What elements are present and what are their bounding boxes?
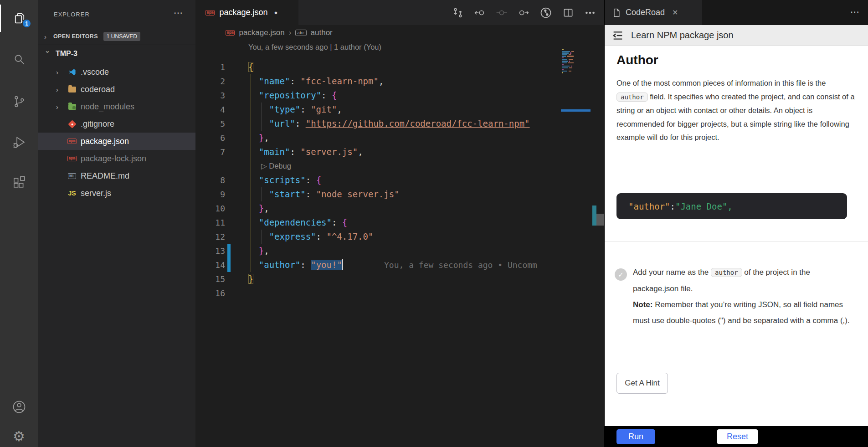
change-circle-disabled-icon[interactable] xyxy=(496,7,508,19)
overview-ruler-thumb[interactable] xyxy=(596,214,604,226)
next-change-icon[interactable] xyxy=(518,7,529,19)
file-row-node_modules[interactable]: ›node_modules xyxy=(38,98,195,115)
code-token: { xyxy=(248,62,253,72)
npm-icon: npm xyxy=(205,10,215,15)
code-token: "git" xyxy=(311,104,337,114)
collapse-menu-icon[interactable] xyxy=(611,29,625,42)
code-line: 6}, xyxy=(195,131,561,145)
code-token: : xyxy=(300,260,311,270)
more-actions-icon[interactable] xyxy=(584,7,596,19)
line-number: 12 xyxy=(195,230,225,244)
split-editor-icon[interactable] xyxy=(562,7,574,19)
coderoad-run-tutorial-icon[interactable] xyxy=(539,6,552,19)
accounts-icon[interactable] xyxy=(0,393,38,421)
code-token: "express" xyxy=(269,231,316,241)
code-line: 15} xyxy=(195,272,561,286)
close-icon[interactable]: ✕ xyxy=(672,8,678,17)
chevron-down-icon: › xyxy=(44,51,52,57)
file-row-.gitignore[interactable]: .gitignore xyxy=(38,115,195,133)
lesson-heading: Author xyxy=(616,53,658,67)
file-row-README.md[interactable]: M↓README.md xyxy=(38,167,195,185)
code-token: "name" xyxy=(259,76,290,86)
code-token: , xyxy=(264,133,269,143)
reset-button[interactable]: Reset xyxy=(717,429,758,444)
vscode-icon xyxy=(68,68,76,76)
breadcrumb-file[interactable]: package.json xyxy=(239,28,284,37)
code-token: : xyxy=(290,147,300,157)
file-row-coderoad[interactable]: ›coderoad xyxy=(38,81,195,98)
extensions-icon[interactable] xyxy=(0,169,38,196)
code-token: { xyxy=(332,90,337,100)
code-line: 7"main": "server.js", xyxy=(195,145,561,159)
line-number: 6 xyxy=(195,131,225,145)
inline-blame-annotation: You, a few seconds ago • Uncomm xyxy=(384,258,537,272)
panel-more-actions-icon[interactable]: ⋯ xyxy=(850,6,859,17)
chevron-right-icon: › xyxy=(56,68,62,76)
paragraph-text: field. It specifies who created the proj… xyxy=(616,92,855,142)
line-number: 2 xyxy=(195,74,225,88)
code-token: "node server.js" xyxy=(316,189,400,199)
previous-change-icon[interactable] xyxy=(474,7,486,19)
code-token: "url" xyxy=(269,118,295,128)
settings-gear-icon[interactable]: ⚙ xyxy=(0,423,38,447)
breadcrumb-symbol[interactable]: author xyxy=(311,28,333,37)
tab-coderoad[interactable]: CodeRoad ✕ xyxy=(605,0,702,25)
code-line: 8"scripts": { xyxy=(195,173,561,187)
line-number: 4 xyxy=(195,103,225,117)
blame-codelens[interactable]: You, a few seconds ago | 1 author (You) xyxy=(248,43,381,51)
code-line: 16 xyxy=(195,286,561,300)
code-token: : xyxy=(306,175,316,185)
search-icon[interactable] xyxy=(0,46,38,73)
javascript-icon: JS xyxy=(68,190,76,197)
open-editors-section[interactable]: › OPEN EDITORS 1 UNSAVED xyxy=(38,28,195,45)
file-row-package.json[interactable]: npmpackage.json xyxy=(38,133,195,150)
line-number: 13 xyxy=(195,244,225,258)
code-token: } xyxy=(248,274,253,284)
code-value: "Jane Doe" xyxy=(675,201,727,211)
check-glyph: ✓ xyxy=(618,271,624,279)
open-files-badge: 1 xyxy=(22,19,31,28)
file-name: coderoad xyxy=(81,85,115,94)
root-folder-row[interactable]: › TMP-3 xyxy=(38,45,195,62)
line-number: 16 xyxy=(195,286,225,300)
editor-actions xyxy=(452,0,596,25)
file-row-server.js[interactable]: JSserver.js xyxy=(38,185,195,202)
source-control-icon[interactable] xyxy=(0,88,38,115)
line-number: 15 xyxy=(195,272,225,286)
get-a-hint-button[interactable]: Get A Hint xyxy=(616,373,668,394)
minimap-current-line xyxy=(561,109,591,112)
run-debug-icon[interactable] xyxy=(0,128,38,156)
run-button[interactable]: Run xyxy=(616,429,655,444)
npm-icon: npm xyxy=(67,156,77,161)
code-line: 1{ xyxy=(195,60,561,74)
code-token: : xyxy=(321,90,332,100)
code-token: "scripts" xyxy=(259,175,306,185)
file-name: package-lock.json xyxy=(81,154,146,164)
npm-icon: npm xyxy=(226,30,235,36)
file-row-.vscode[interactable]: ›.vscode xyxy=(38,63,195,81)
code-token: , xyxy=(337,104,342,114)
root-folder-label: TMP-3 xyxy=(56,50,77,58)
line-number: 7 xyxy=(195,145,225,159)
code-token: , xyxy=(264,203,269,213)
node-modules-folder-icon xyxy=(68,104,76,110)
tab-package-json[interactable]: npm package.json ● xyxy=(195,0,298,25)
minimap[interactable] xyxy=(561,49,591,140)
open-changes-icon[interactable] xyxy=(452,7,464,19)
panel-tab-bar: CodeRoad ✕ ⋯ xyxy=(605,0,868,25)
dirty-indicator-icon: ● xyxy=(274,9,278,16)
code-token: { xyxy=(316,175,321,185)
file-row-package-lock.json[interactable]: npmpackage-lock.json xyxy=(38,150,195,167)
code-token: "repository" xyxy=(259,90,321,100)
activity-bar: 1 ⚙ xyxy=(0,0,38,447)
explorer-icon[interactable]: 1 xyxy=(0,5,38,32)
code-line: 2"name": "fcc-learn-npm", xyxy=(195,74,561,88)
divider xyxy=(605,241,868,241)
code-token: } xyxy=(259,246,264,256)
explorer-more-actions-icon[interactable]: ⋯ xyxy=(174,7,183,18)
file-name: .gitignore xyxy=(81,119,114,129)
editor-tab-bar: npm package.json ● xyxy=(195,0,604,25)
explorer-sidebar: EXPLORER ⋯ › OPEN EDITORS 1 UNSAVED › TM… xyxy=(38,0,195,447)
debug-codelens[interactable]: ▷ Debug xyxy=(261,159,291,173)
code-editor[interactable]: You, a few seconds ago | 1 author (You) … xyxy=(195,40,604,447)
